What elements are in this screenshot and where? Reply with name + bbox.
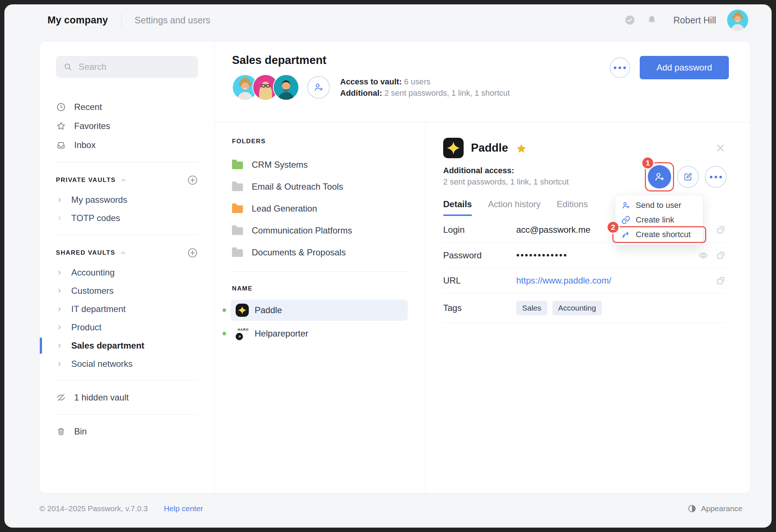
add-shared-vault-button[interactable] (187, 247, 198, 258)
search-input[interactable] (79, 62, 191, 72)
folder-name: Email & Outreach Tools (252, 182, 343, 192)
sidebar-item-bin[interactable]: Bin (56, 422, 198, 441)
user-add-icon (621, 201, 631, 210)
footer: © 2014–2025 Passwork, v.7.0.3 Help cente… (4, 493, 772, 528)
chevron-right-icon[interactable] (57, 343, 62, 349)
vault-more-button[interactable] (610, 57, 630, 78)
chevron-right-icon[interactable] (57, 361, 62, 367)
access-label: Access to vault: (340, 77, 402, 86)
status-dot (222, 332, 226, 335)
divider (56, 414, 198, 415)
tab-action-history[interactable]: Action history (488, 199, 541, 216)
sidebar-item-inbox[interactable]: Inbox (56, 136, 198, 155)
topbar-settings-link[interactable]: Settings and users (135, 15, 210, 26)
sidebar-vault-accounting[interactable]: Accounting (56, 263, 198, 282)
url-value[interactable]: https://www.paddle.com/ (516, 276, 611, 286)
help-center-link[interactable]: Help center (164, 504, 203, 513)
menu-item-label: Create shortcut (636, 230, 691, 239)
private-vaults-title: PRIVATE VAULTS (56, 176, 116, 184)
menu-item-create-shortcut[interactable]: 2 Create shortcut (615, 227, 703, 242)
folder-name: Lead Generation (252, 204, 317, 214)
folders-column: FOLDERS CRM Systems Email & Outreach Too… (214, 122, 426, 493)
user-add-icon (313, 82, 324, 93)
vault-add-user-button[interactable] (307, 76, 330, 99)
chevron-right-icon[interactable] (57, 197, 62, 203)
password-row-helpareporter[interactable]: HARO Helpareporter (222, 323, 408, 344)
folder-name: Documents & Proposals (252, 247, 346, 258)
menu-item-create-link[interactable]: Create link (615, 213, 703, 227)
sidebar-vault-sales-department[interactable]: Sales department (56, 337, 198, 355)
password-row-paddle[interactable]: Paddle (222, 300, 408, 321)
check-circle-icon[interactable] (624, 15, 635, 26)
sidebar-vault-social-networks[interactable]: Social networks (56, 355, 198, 373)
chevron-up-icon[interactable] (120, 250, 126, 256)
folder-crm-systems[interactable]: CRM Systems (232, 154, 425, 176)
sidebar-vault-totp-codes[interactable]: TOTP codes (56, 209, 198, 227)
eye-icon[interactable] (698, 250, 708, 261)
tab-details[interactable]: Details (443, 199, 472, 216)
password-detail-panel: Paddle Additional access: 2 sent passwor… (426, 122, 750, 493)
sidebar-item-favorites[interactable]: Favorites (56, 117, 198, 136)
login-value: acc@passwork.me (516, 225, 590, 235)
password-name: Helpareporter (255, 328, 308, 339)
menu-item-send-to-user[interactable]: Send to user (615, 198, 703, 213)
folder-lead-generation[interactable]: Lead Generation (232, 198, 425, 220)
tag-chip[interactable]: Sales (516, 301, 547, 315)
chevron-right-icon[interactable] (57, 215, 62, 221)
sidebar-item-recent[interactable]: Recent (56, 98, 198, 117)
sidebar-vault-customers[interactable]: Customers (56, 282, 198, 300)
shortcut-icon (621, 230, 631, 239)
folder-icon (232, 162, 243, 169)
favorite-star-icon[interactable] (516, 143, 527, 155)
inbox-icon (56, 140, 66, 150)
folder-communication-platforms[interactable]: Communication Platforms (232, 220, 425, 242)
tags-label: Tags (443, 303, 516, 313)
search-box[interactable] (56, 56, 198, 78)
additional-line: Additional: 2 sent passwords, 1 link, 1 … (340, 87, 510, 99)
link-icon (621, 215, 631, 225)
sidebar-vault-my-passwords[interactable]: My passwords (56, 191, 198, 209)
name-column-title: NAME (232, 285, 425, 292)
appearance-toggle[interactable]: Appearance (687, 504, 742, 513)
field-row-password: Password •••••••••••• (443, 243, 726, 268)
close-icon[interactable] (715, 142, 726, 153)
folder-email-outreach[interactable]: Email & Outreach Tools (232, 176, 425, 198)
main-area: Sales department (214, 41, 750, 493)
chevron-up-icon[interactable] (120, 177, 127, 183)
chevron-right-icon[interactable] (57, 324, 62, 330)
edit-password-button[interactable] (677, 166, 699, 188)
tab-editions[interactable]: Editions (557, 199, 588, 216)
folders-title: FOLDERS (232, 138, 425, 145)
hidden-vaults-toggle[interactable]: 1 hidden vault (56, 388, 198, 407)
vault-label: IT department (71, 304, 126, 314)
password-name: Paddle (255, 305, 282, 315)
user-name[interactable]: Robert Hill (673, 15, 716, 26)
sidebar-vault-it-department[interactable]: IT department (56, 300, 198, 318)
appearance-icon (687, 504, 697, 513)
avatar-robert-hill[interactable] (727, 10, 748, 31)
sidebar-vault-product[interactable]: Product (56, 318, 198, 337)
clock-icon (56, 102, 66, 112)
copy-icon[interactable] (716, 250, 726, 261)
status-dot (222, 308, 226, 312)
vault-members-avatars[interactable] (232, 74, 299, 100)
annotation-badge-1: 1 (641, 156, 654, 170)
chevron-right-icon[interactable] (57, 306, 62, 312)
divider (56, 162, 198, 162)
more-actions-button[interactable] (705, 166, 727, 188)
add-password-button[interactable]: Add password (640, 56, 729, 79)
vault-label: Customers (71, 286, 114, 296)
add-private-vault-button[interactable] (187, 175, 198, 186)
company-name[interactable]: My company (47, 15, 108, 26)
send-to-user-button[interactable] (648, 165, 671, 189)
chevron-right-icon[interactable] (57, 270, 62, 276)
copy-icon[interactable] (716, 225, 726, 235)
appearance-label: Appearance (701, 504, 742, 513)
chevron-right-icon[interactable] (57, 288, 62, 294)
bell-icon[interactable] (646, 15, 657, 26)
tag-chip[interactable]: Accounting (552, 301, 602, 315)
folder-documents-proposals[interactable]: Documents & Proposals (232, 242, 425, 263)
vault-label: TOTP codes (71, 213, 120, 223)
copy-icon[interactable] (716, 276, 726, 286)
detail-title: Paddle (471, 141, 508, 155)
